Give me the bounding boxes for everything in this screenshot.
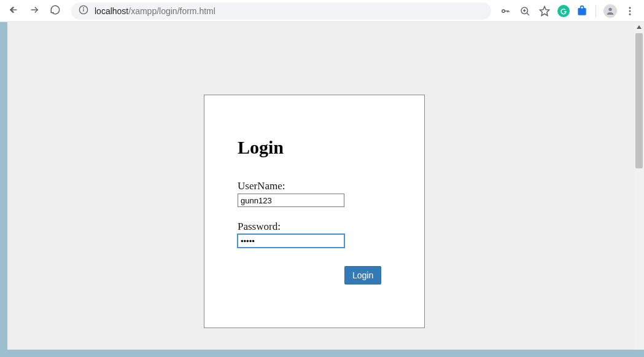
reload-button[interactable] xyxy=(47,2,64,20)
svg-point-5 xyxy=(502,9,505,12)
arrow-right-icon xyxy=(29,4,40,18)
username-label: UserName: xyxy=(238,180,391,192)
toolbar-divider xyxy=(596,5,596,17)
svg-point-19 xyxy=(629,13,631,15)
password-label: Password: xyxy=(238,221,391,233)
back-button[interactable] xyxy=(5,2,22,20)
forward-button[interactable] xyxy=(26,2,43,20)
svg-point-17 xyxy=(629,7,631,9)
scrollbar-thumb[interactable] xyxy=(635,33,643,168)
login-title: Login xyxy=(238,137,391,158)
key-icon[interactable] xyxy=(499,4,512,18)
svg-marker-20 xyxy=(637,25,642,29)
login-button[interactable]: Login xyxy=(344,266,381,284)
svg-point-4 xyxy=(83,7,84,8)
zoom-icon[interactable] xyxy=(518,4,532,18)
arrow-left-icon xyxy=(8,4,19,18)
svg-point-15 xyxy=(581,6,584,9)
login-card: Login UserName: Password: Login xyxy=(204,95,425,328)
username-input[interactable] xyxy=(238,194,344,207)
info-icon xyxy=(79,5,88,17)
extension-icon[interactable] xyxy=(576,5,588,17)
svg-point-18 xyxy=(629,10,631,12)
address-bar[interactable]: localhost/xampp/login/form.html xyxy=(71,2,491,20)
url-text: localhost/xampp/login/form.html xyxy=(95,6,215,16)
svg-line-10 xyxy=(527,13,529,15)
browser-toolbar: localhost/xampp/login/form.html xyxy=(0,0,644,22)
password-input[interactable] xyxy=(238,234,344,248)
scroll-up-icon[interactable] xyxy=(634,22,644,32)
grammarly-extension-icon[interactable] xyxy=(557,5,570,17)
toolbar-right xyxy=(499,4,639,18)
svg-marker-13 xyxy=(540,6,549,15)
page-viewport: Login UserName: Password: Login xyxy=(7,22,634,350)
svg-point-16 xyxy=(608,7,611,10)
profile-avatar-icon[interactable] xyxy=(603,4,617,18)
reload-icon xyxy=(50,4,61,18)
menu-kebab-icon[interactable] xyxy=(623,4,637,18)
vertical-scrollbar[interactable] xyxy=(634,22,644,350)
bookmark-star-icon[interactable] xyxy=(538,4,551,18)
